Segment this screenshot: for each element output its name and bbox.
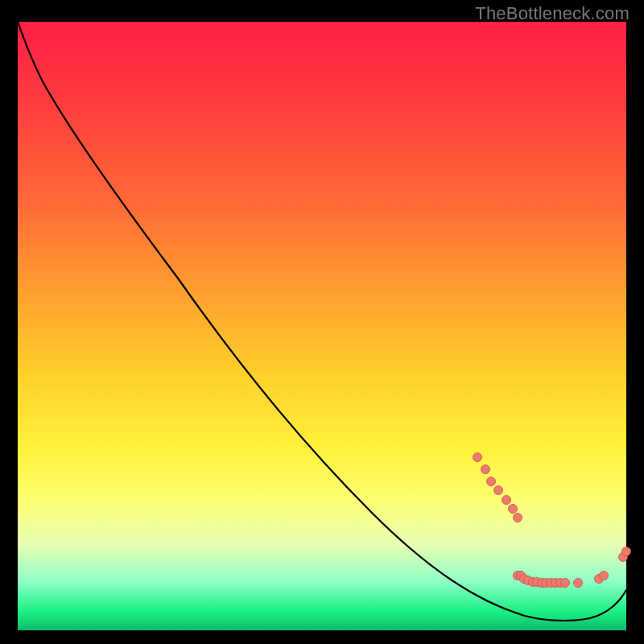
data-point: [561, 579, 570, 588]
data-point: [574, 579, 583, 588]
data-point: [487, 477, 496, 486]
plot-area: [18, 22, 626, 630]
data-point: [600, 572, 609, 580]
data-point: [494, 486, 503, 495]
data-point: [481, 465, 490, 474]
chart-frame: TheBottleneck.com: [0, 0, 644, 644]
data-point: [622, 547, 631, 556]
marker-group: [473, 453, 631, 588]
bottleneck-curve: [18, 22, 626, 621]
data-point: [514, 514, 522, 522]
data-point: [473, 453, 482, 462]
chart-svg: [18, 22, 626, 630]
data-point: [502, 496, 511, 505]
data-point: [509, 505, 518, 514]
